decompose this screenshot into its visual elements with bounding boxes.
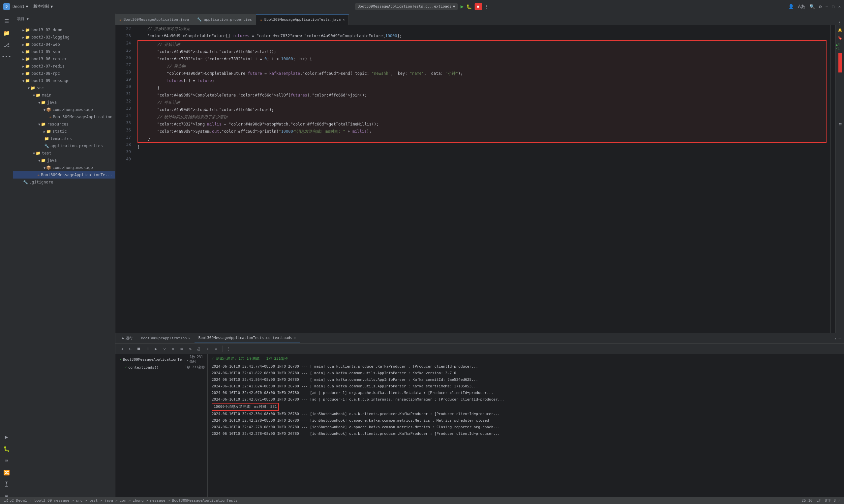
code-line: // 统计时间从开始到结束用了多少毫秒: [138, 113, 826, 121]
more-icon[interactable]: ⋮: [484, 4, 489, 9]
toggle-tree-icon[interactable]: ⊞: [178, 345, 185, 353]
tab-close-icon[interactable]: ✕: [343, 18, 345, 21]
tabs-more-icon[interactable]: ⋮: [838, 20, 841, 25]
run-content: ✓ Boot309MessageApplicationTe... 1秒 231毫…: [115, 354, 844, 504]
activity-db-icon[interactable]: 🗄: [1, 479, 12, 489]
editor-tab-boot309messageapplic[interactable]: ☕Boot309MessageApplicationTests.java✕: [256, 14, 349, 25]
filter-icon[interactable]: ▽: [161, 345, 168, 353]
tree-item-test[interactable]: ▼📁test: [13, 149, 115, 157]
activity-git2-icon[interactable]: 🔀: [1, 467, 12, 478]
tab-label: Boot309MessageApplicationTests.java: [264, 17, 341, 22]
tree-item-boot3-02-demo[interactable]: ▶📁boot3-02-demo: [13, 26, 115, 34]
line-number: 25: [118, 47, 131, 54]
activity-more-icon[interactable]: •••: [1, 51, 12, 62]
activity-debug-icon[interactable]: 🐛: [1, 444, 12, 454]
notifications-icon[interactable]: 🔔: [837, 26, 844, 34]
code-line: // 异步处理等待处理完: [137, 25, 827, 32]
test-item[interactable]: ✓ Boot309MessageApplicationTe... 1秒 231毫…: [115, 356, 207, 363]
tree-item-com.zhong.message[interactable]: ▼📦com.zhong.message: [13, 106, 115, 113]
bottom-minimize-icon[interactable]: —: [839, 336, 841, 341]
tree-item-main[interactable]: ▼📁main: [13, 92, 115, 99]
editor-tab-boot309messageapplic[interactable]: ☕Boot309MessageApplication.java: [115, 14, 193, 25]
tree-item-src[interactable]: ▼📁src: [13, 84, 115, 92]
sort-icon[interactable]: ⇅: [187, 345, 194, 353]
activity-menu-icon[interactable]: ☰: [1, 16, 12, 26]
rerun-icon[interactable]: ↻: [126, 345, 134, 353]
console-line: 2024-06-16T10:32:41.774+08:00 INFO 26780…: [212, 363, 840, 370]
bottom-tab-运行[interactable]: ▶运行: [118, 334, 137, 343]
line-number: 28: [118, 69, 131, 76]
tree-item-boot3-03-logging[interactable]: ▶📁boot3-03-logging: [13, 34, 115, 41]
app-icon: D: [3, 3, 10, 10]
debug-button[interactable]: 🐛: [466, 4, 472, 9]
tree-item-boot3-09-message[interactable]: ▼📁boot3-09-message: [13, 77, 115, 84]
tree-item-boot3-07-redis[interactable]: ▶📁boot3-07-redis: [13, 62, 115, 70]
tree-item-static[interactable]: ▶📁static: [13, 128, 115, 135]
tree-item-boot3-06-center[interactable]: ▶📁boot3-06-center: [13, 55, 115, 62]
close-button[interactable]: ✕: [839, 4, 841, 9]
translate-icon[interactable]: Aあ: [798, 4, 805, 10]
tree-item-boot3-08-rpc[interactable]: ▶📁boot3-08-rpc: [13, 70, 115, 77]
code-editor[interactable]: // 异步处理等待处理完 "color:#4a90d9">Completable…: [134, 25, 830, 333]
bottom-tab-close-icon[interactable]: ✕: [188, 336, 190, 340]
tree-item-boot309messageapplic[interactable]: ☕Boot309MessageApplication: [13, 113, 115, 121]
console-info-text: 2024-06-16T10:32:42.278+08:00 INFO 26780…: [212, 432, 500, 436]
activity-terminal-icon[interactable]: ⌨: [1, 455, 12, 466]
tree-item-java[interactable]: ▼📁java: [13, 99, 115, 106]
tree-item-boot3-05-ssm[interactable]: ▶📁boot3-05-ssm: [13, 48, 115, 55]
line-number: 38: [118, 141, 131, 148]
bottom-more-icon[interactable]: ⋮: [833, 336, 838, 341]
settings-icon[interactable]: ⚙: [819, 4, 822, 9]
bottom-tab-close-icon[interactable]: ✕: [294, 336, 296, 340]
m-icon[interactable]: m: [837, 121, 844, 128]
activity-git-icon[interactable]: ⎇: [1, 39, 12, 50]
line-number: 26: [118, 54, 131, 61]
tree-item-templates[interactable]: 📁templates: [13, 135, 115, 142]
test-item-name: Boot309MessageApplicationTe...: [123, 357, 189, 362]
activity-run-icon[interactable]: ▶: [1, 432, 12, 442]
branch-status[interactable]: ⎇ ⎇ Deom1: [4, 499, 27, 503]
tree-item-java[interactable]: ▼📁java: [13, 157, 115, 164]
vcs-selector[interactable]: 版本控制 ▼: [33, 4, 53, 9]
line-number: 32: [118, 97, 131, 105]
bottom-tab-boot308rpcapplicatio[interactable]: Boot308RpcApplication✕: [137, 334, 194, 343]
console-info-text: 2024-06-16T10:32:41.864+08:00 INFO 26780…: [212, 378, 478, 382]
maximize-button[interactable]: □: [832, 4, 834, 9]
print-icon[interactable]: 🖨: [195, 345, 203, 353]
bottom-tabs-right: ⋮—: [833, 336, 841, 341]
bookmark-icon[interactable]: 🔖: [837, 34, 844, 41]
code-line: "color:#cc7832">long millis = "color:#4a…: [138, 121, 826, 128]
stop-button[interactable]: ■: [475, 3, 482, 10]
inspection-icon: ▲4 ✓1: [836, 42, 844, 51]
export-icon[interactable]: ↗: [204, 345, 211, 353]
restart-icon[interactable]: ↺: [118, 345, 125, 353]
tree-item-boot3-04-web[interactable]: ▶📁boot3-04-web: [13, 41, 115, 48]
console-line: 2024-06-16T10:32:41.822+08:00 INFO 26780…: [212, 370, 840, 377]
test-item[interactable]: ✓ contextLoads() 1秒 231毫秒: [115, 363, 207, 371]
run-config-dropdown[interactable]: Boot309MessageApplicationTests.c...extLo…: [355, 3, 458, 10]
branch-name: ⎇ Deom1: [10, 499, 27, 503]
close-filter-icon[interactable]: ✕: [170, 345, 177, 353]
pause-icon[interactable]: ⏸: [144, 345, 151, 353]
stop-run-icon[interactable]: ⏹: [135, 345, 142, 353]
tree-item-boot309messageapplic[interactable]: ☕Boot309MessageApplicationTe...: [13, 171, 115, 179]
run-button[interactable]: ▶: [461, 3, 464, 10]
console-output: ✓ 测试已通过: 1共 1个测试 – 1秒 231毫秒 2024-06-16T1…: [208, 354, 844, 504]
project-selector[interactable]: Deom1 ▼: [13, 4, 28, 9]
resume-icon[interactable]: ▶: [152, 345, 159, 353]
bottom-tab-boot309messageapplic[interactable]: Boot309MessageApplicationTests.contextLo…: [194, 334, 300, 343]
tree-item-application.properti[interactable]: 🔧application.properties: [13, 142, 115, 149]
search-icon[interactable]: 🔍: [809, 4, 815, 9]
tree-item-.gitignore[interactable]: 🔧.gitignore: [13, 179, 115, 186]
profile-icon[interactable]: 👤: [788, 4, 794, 9]
expand-icon[interactable]: ⊕: [212, 345, 220, 353]
tree-item-resources[interactable]: ▼📁resources: [13, 121, 115, 128]
console-info-text: 2024-06-16T10:32:42.278+08:00 INFO 26780…: [212, 418, 489, 422]
tree-item-com.zhong.message[interactable]: ▼📦com.zhong.message: [13, 164, 115, 171]
tab-label: Boot309MessageApplication.java: [124, 17, 189, 22]
activity-project-icon[interactable]: 📁: [1, 28, 12, 38]
project-arrow: ▼: [26, 4, 28, 9]
minimize-button[interactable]: —: [826, 4, 828, 9]
editor-tab-application.properti[interactable]: 🔧application.properties: [193, 14, 256, 25]
more-run-icon[interactable]: ⋮: [225, 345, 232, 353]
